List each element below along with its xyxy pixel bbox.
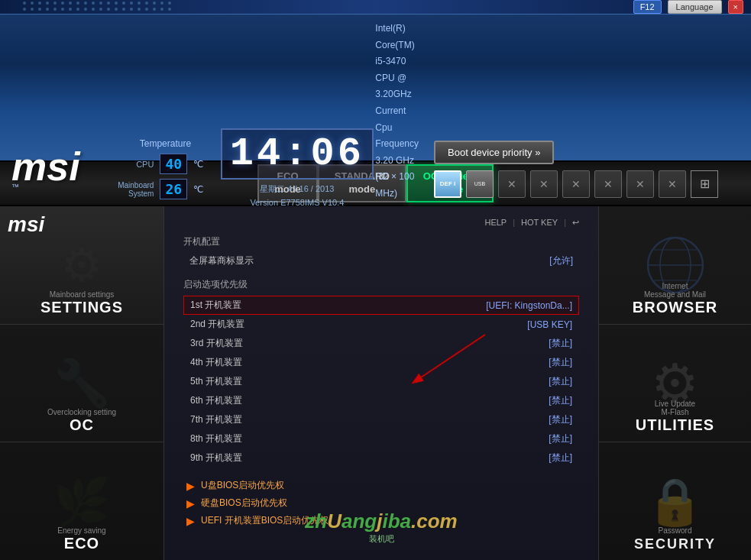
cpu-freq: Current Cpu Frequency 3.20 GHz (32 × 100… (375, 103, 419, 202)
boot-icons-row: DEF I USB ✕ ✕ ✕ ✕ ✕ (434, 170, 718, 198)
system-temp-unit: ℃ (193, 184, 203, 195)
sub-menu-item-1[interactable]: ▶ U盘BIOS启动优先权 (183, 477, 579, 494)
right-sidebar: Internet Message and Mail BROWSER ⚙ Live… (598, 206, 751, 560)
boot-device-row-9[interactable]: 9th 开机装置[禁止] (183, 448, 579, 468)
browser-title: BROWSER (633, 299, 717, 316)
boot-device-row-7[interactable]: 7th 开机装置[禁止] (183, 410, 579, 429)
system-temp-value: 26 (160, 179, 187, 199)
arrow-icon-3: ▶ (186, 515, 195, 527)
hotkey-link[interactable]: HOT KEY (521, 218, 558, 228)
fullscreen-value: [允许] (549, 254, 573, 267)
center-content: HELP | HOT KEY | ↩ 开机配置 全屏幕商标显示 [允许] 启动选… (164, 206, 598, 560)
sub-menu-label-2: 硬盘BIOS启动优先权 (201, 497, 287, 510)
watermark-sub: 装机吧 (305, 533, 457, 545)
cpu-temp-value: 40 (160, 154, 187, 174)
boot-device-value-8: [禁止] (549, 432, 572, 445)
boot-icon-7[interactable]: ✕ (626, 170, 654, 198)
cpu-temp-unit: ℃ (193, 159, 203, 170)
help-link[interactable]: HELP (484, 218, 507, 228)
msi-logo: msi (11, 147, 89, 186)
boot-priority-label: 启动选项优先级 (183, 278, 579, 291)
boot-priority-button[interactable]: Boot device priority » (434, 141, 554, 164)
expand-icon[interactable]: ⊞ (691, 170, 718, 198)
close-button[interactable]: × (728, 0, 743, 14)
boot-device-name-6: 6th 开机装置 (190, 394, 549, 407)
boot-device-name-4: 4th 开机装置 (190, 356, 549, 369)
boot-icon-usb[interactable]: USB (466, 170, 494, 198)
boot-device-value-2: [USB KEY] (527, 319, 572, 330)
boot-icon-8[interactable]: ✕ (659, 170, 686, 198)
boot-icon-4[interactable]: ✕ (530, 170, 558, 198)
boot-device-row-4[interactable]: 4th 开机装置[禁止] (183, 353, 579, 372)
security-sublabel: Password (659, 526, 692, 535)
security-title: SECURITY (634, 535, 716, 552)
right-section-browser[interactable]: Internet Message and Mail BROWSER (599, 206, 751, 325)
fullscreen-row[interactable]: 全屏幕商标显示 [允许] (183, 251, 579, 270)
arrow-icon-2: ▶ (186, 497, 195, 510)
boot-device-name-9: 9th 开机装置 (190, 452, 549, 465)
boot-device-value-9: [禁止] (549, 452, 572, 465)
boot-device-value-5: [禁止] (549, 375, 572, 388)
language-button[interactable]: Language (668, 0, 722, 14)
dots-grid (23, 2, 174, 12)
boot-device-row-3[interactable]: 3rd 开机装置[禁止] (183, 334, 579, 353)
boot-device-row-8[interactable]: 8th 开机装置[禁止] (183, 429, 579, 448)
oc-label: Overclocking setting (47, 408, 116, 416)
boot-device-value-1: [UEFI: KingstonDa...] (486, 300, 572, 311)
sub-menu-label-1: U盘BIOS启动优先权 (201, 479, 284, 492)
boot-priority-section: 启动选项优先级 1st 开机装置[UEFI: KingstonDa...]2nd… (183, 278, 579, 468)
boot-icon-5[interactable]: ✕ (562, 170, 590, 198)
utilities-sublabel: Live Update M-Flash (655, 400, 695, 416)
clock-display: 14:06 (221, 128, 374, 180)
watermark: zhUangjiba.com 装机吧 (305, 510, 457, 545)
top-header: F12 Language × msi ™ Temperature CPU 40 … (0, 0, 751, 160)
boot-icon-3[interactable]: ✕ (498, 170, 526, 198)
f12-button[interactable]: F12 (633, 0, 662, 14)
right-section-security[interactable]: 🔒 Password SECURITY (599, 442, 751, 560)
left-sidebar: msi ⚙ Mainboard settings SETTINGS 🔧 Over… (0, 206, 164, 560)
boot-device-row-5[interactable]: 5th 开机装置[禁止] (183, 372, 579, 391)
main-content: msi ⚙ Mainboard settings SETTINGS 🔧 Over… (0, 206, 751, 560)
boot-device-value-4: [禁止] (549, 356, 572, 369)
help-separator: | (513, 218, 515, 228)
boot-device-name-1: 1st 开机装置 (190, 299, 486, 312)
boot-device-name-2: 2nd 开机装置 (190, 318, 527, 331)
boot-devices-container: 1st 开机装置[UEFI: KingstonDa...]2nd 开机装置[US… (183, 296, 579, 468)
watermark-text: zhUangjiba.com (305, 510, 457, 533)
utilities-title: UTILITIES (636, 416, 714, 434)
oc-title: OC (70, 416, 94, 434)
back-link[interactable]: ↩ (572, 218, 579, 228)
temperature-label: Temperature (104, 138, 226, 149)
settings-label: Mainboard settings (50, 290, 115, 299)
sidebar-item-oc[interactable]: 🔧 Overclocking setting OC (0, 325, 163, 443)
eco-label: Energy saving (57, 526, 105, 535)
cpu-label: CPU (104, 160, 154, 169)
top-bar: F12 Language × (0, 0, 751, 15)
boot-icon-6[interactable]: ✕ (594, 170, 622, 198)
arrow-icon-1: ▶ (186, 480, 195, 492)
system-temp-row: Mainboard System 26 ℃ (104, 179, 226, 199)
cpu-temp-row: CPU 40 ℃ (104, 154, 226, 174)
boot-device-value-6: [禁止] (549, 394, 572, 407)
msi-logo-tm: ™ (11, 183, 89, 191)
boot-device-row-1[interactable]: 1st 开机装置[UEFI: KingstonDa...] (183, 296, 579, 315)
sidebar-item-eco[interactable]: 🌿 Energy saving ECO (0, 442, 163, 560)
boot-device-value-7: [禁止] (549, 413, 572, 426)
boot-device-row-6[interactable]: 6th 开机装置[禁止] (183, 391, 579, 410)
cpu-info: Intel(R) Core(TM) i5-3470 CPU @ 3.20GHz (375, 21, 419, 103)
eco-title: ECO (64, 535, 99, 552)
boot-icon-def1[interactable]: DEF I (434, 170, 461, 198)
boot-device-name-3: 3rd 开机装置 (190, 337, 549, 350)
browser-sublabel: Internet Message and Mail (644, 282, 706, 299)
fullscreen-label: 全屏幕商标显示 (189, 254, 549, 267)
top-bar-dots (8, 2, 627, 12)
sidebar-item-settings[interactable]: msi ⚙ Mainboard settings SETTINGS (0, 206, 163, 325)
boot-device-name-5: 5th 开机装置 (190, 375, 549, 388)
mainboard-system-label: Mainboard System (104, 181, 154, 198)
boot-device-name-8: 8th 开机装置 (190, 432, 549, 445)
help-row: HELP | HOT KEY | ↩ (183, 218, 579, 228)
boot-device-name-7: 7th 开机装置 (190, 413, 549, 426)
boot-device-row-2[interactable]: 2nd 开机装置[USB KEY] (183, 315, 579, 334)
right-section-utilities[interactable]: ⚙ Live Update M-Flash UTILITIES (599, 325, 751, 443)
section1-label: 开机配置 (183, 235, 579, 248)
